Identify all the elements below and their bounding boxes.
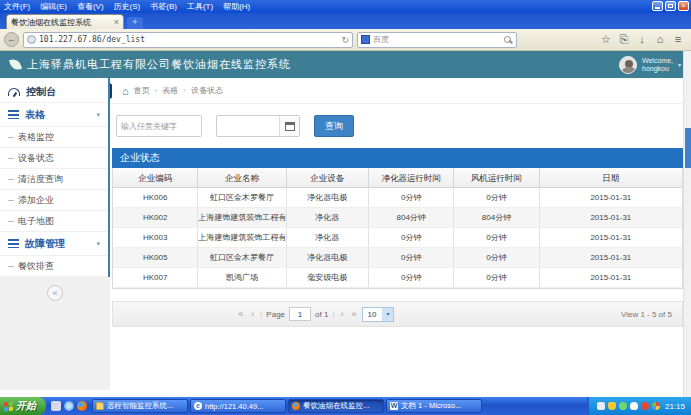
taskbar-item-ie-window[interactable]: e http://121.40.49... (190, 399, 286, 413)
page-of-label: of 1 (315, 310, 328, 319)
close-button[interactable]: × (678, 1, 689, 11)
keyword-input[interactable] (116, 115, 202, 137)
sidebar-item-device-status[interactable]: 设备状态 (0, 148, 108, 169)
bookmarks-menu-icon[interactable]: ⎘ (615, 33, 633, 46)
minimize-button[interactable] (652, 1, 663, 11)
language-indicator-icon[interactable] (597, 402, 605, 410)
ie-icon: e (194, 402, 202, 410)
quick-launch (46, 401, 92, 411)
col-enterprise-device[interactable]: 企业设备 (287, 168, 370, 188)
search-engine-icon[interactable] (361, 35, 370, 44)
avatar[interactable] (619, 56, 637, 74)
scrollbar-thumb[interactable] (685, 128, 691, 168)
col-enterprise-name[interactable]: 企业名称 (198, 168, 286, 188)
gauge-icon (8, 88, 20, 96)
update-icon[interactable] (619, 402, 627, 410)
col-date[interactable]: 日期 (540, 168, 682, 188)
table-row[interactable]: HK005 虹口区金木罗餐厅 净化器电极 0分钟 0分钟 2015-01-31 (113, 248, 682, 268)
breadcrumb-home[interactable]: 首页 (134, 85, 150, 96)
taskbar-item-firefox-active[interactable]: 餐饮油烟在线监控... (288, 399, 384, 413)
menu-hamburger-icon[interactable]: ≡ (669, 33, 687, 46)
sidebar-section-tables[interactable]: 表格 ▾ (0, 103, 108, 127)
table-row[interactable]: HK003 上海建饰建筑装饰工程有限公 净化器 0分钟 0分钟 2015-01-… (113, 228, 682, 248)
browser-tab[interactable]: 餐饮油烟在线监控系统 × (6, 14, 124, 29)
search-bar[interactable]: 百度 (357, 32, 517, 48)
table-header-row: 企业编码 企业名称 企业设备 净化器运行时间 风机运行时间 日期 (113, 168, 682, 188)
menu-edit[interactable]: 编辑(E) (40, 1, 67, 12)
menu-help[interactable]: 帮助(H) (223, 1, 250, 12)
downloads-icon[interactable]: ↓ (633, 33, 651, 46)
tab-close-icon[interactable]: × (114, 17, 119, 27)
reload-icon[interactable]: ↻ (341, 35, 349, 45)
chevron-down-icon: ▾ (96, 240, 100, 248)
calendar-button[interactable] (279, 116, 299, 136)
sidebar-item-cleanliness-query[interactable]: 清洁度查询 (0, 169, 108, 190)
quick-launch-icon[interactable] (51, 401, 61, 411)
notification-icon[interactable] (641, 402, 649, 410)
firefox-icon[interactable] (77, 401, 87, 411)
tab-title: 餐饮油烟在线监控系统 (11, 17, 110, 28)
sidebar-item-table-monitor[interactable]: 表格监控 (0, 127, 108, 148)
date-input[interactable] (216, 115, 300, 137)
breadcrumb-separator: › (183, 86, 186, 95)
sidebar-item-electronic-map[interactable]: 电子地图 (0, 211, 108, 232)
sidebar-collapse-button[interactable]: « (47, 285, 63, 301)
chevron-down-icon[interactable]: ▾ (678, 61, 681, 68)
taskbar-item-monitor-system[interactable]: 远程智能监控系统... (92, 399, 188, 413)
app-tray-icon[interactable] (652, 402, 660, 410)
page-scrollbar[interactable] (683, 51, 691, 397)
search-icon[interactable] (503, 35, 513, 45)
table-row[interactable]: HK002 上海建饰建筑装饰工程有限公 净化器 804分钟 804分钟 2015… (113, 208, 682, 228)
start-button[interactable]: 开始 (0, 397, 46, 415)
back-icon[interactable]: ← (4, 32, 19, 47)
first-page-icon[interactable]: « (236, 309, 245, 319)
search-row: 查询 (112, 104, 683, 148)
menu-tools[interactable]: 工具(T) (187, 1, 213, 12)
taskbar: 开始 远程智能监控系统... e http://121.40.49... 餐饮油… (0, 397, 691, 415)
sidebar-item-catering-check[interactable]: 餐饮排查 (0, 256, 108, 277)
window-controls: × (652, 1, 689, 11)
user-menu[interactable]: Welcome, hongkou ▾ (619, 56, 681, 74)
query-button[interactable]: 查询 (314, 115, 354, 137)
restore-button[interactable] (665, 1, 676, 11)
sidebar: 控制台 表格 ▾ 表格监控 设备状态 清洁度查询 添加企业 (0, 78, 110, 390)
sidebar-section-fault-management[interactable]: 故障管理 ▾ (0, 232, 108, 256)
list-icon (8, 110, 19, 119)
page-number-input[interactable] (289, 307, 311, 321)
view-range-info: View 1 - 5 of 5 (621, 310, 672, 319)
menu-bookmarks[interactable]: 书签(B) (150, 1, 177, 12)
table-row[interactable]: HK006 虹口区金木罗餐厅 净化器电极 0分钟 0分钟 2015-01-31 (113, 188, 682, 208)
leaf-logo-icon (9, 58, 22, 71)
enterprise-status-table: 企业编码 企业名称 企业设备 净化器运行时间 风机运行时间 日期 HK006 虹… (112, 168, 683, 289)
col-purifier-runtime[interactable]: 净化器运行时间 (369, 168, 454, 188)
sidebar-item-add-enterprise[interactable]: 添加企业 (0, 190, 108, 211)
col-fan-runtime[interactable]: 风机运行时间 (454, 168, 539, 188)
breadcrumb-separator: › (155, 86, 158, 95)
task-buttons: 远程智能监控系统... e http://121.40.49... 餐饮油烟在线… (92, 399, 587, 413)
browser-toolbar: ← 101.227.67.86/dev_list ↻ 百度 ☆ ⎘ ↓ ⌂ ≡ (0, 29, 691, 51)
menu-file[interactable]: 文件(F) (4, 1, 30, 12)
menu-view[interactable]: 查看(V) (77, 1, 104, 12)
breadcrumb-tables[interactable]: 表格 (162, 85, 178, 96)
last-page-icon[interactable]: » (349, 309, 358, 319)
table-row[interactable]: HK007 凯鸿广场 毫安级电极 0分钟 0分钟 2015-01-31 (113, 268, 682, 288)
menu-history[interactable]: 历史(S) (114, 1, 141, 12)
qq-icon[interactable] (630, 402, 638, 410)
home-icon[interactable]: ⌂ (651, 33, 669, 46)
security-shield-icon[interactable] (608, 402, 616, 410)
chevron-down-icon: ▾ (382, 308, 393, 321)
home-icon[interactable]: ⌂ (122, 85, 129, 97)
taskbar-item-word-document[interactable]: W 文档 1 - Microso... (386, 399, 482, 413)
page-size-select[interactable]: 10 ▾ (362, 307, 394, 322)
search-engine-name: 百度 (373, 34, 500, 45)
col-enterprise-code[interactable]: 企业编码 (113, 168, 198, 188)
bookmark-star-icon[interactable]: ☆ (597, 33, 615, 46)
next-page-icon[interactable]: › (338, 309, 345, 319)
new-tab-button[interactable]: + (127, 17, 143, 29)
prev-page-icon[interactable]: ‹ (249, 309, 256, 319)
breadcrumb-device-status: 设备状态 (191, 85, 223, 96)
ie-icon[interactable] (64, 401, 74, 411)
address-bar[interactable]: 101.227.67.86/dev_list ↻ (23, 32, 353, 48)
sidebar-item-console[interactable]: 控制台 (0, 81, 108, 103)
browser-menubar: 文件(F) 编辑(E) 查看(V) 历史(S) 书签(B) 工具(T) 帮助(H… (0, 0, 691, 13)
